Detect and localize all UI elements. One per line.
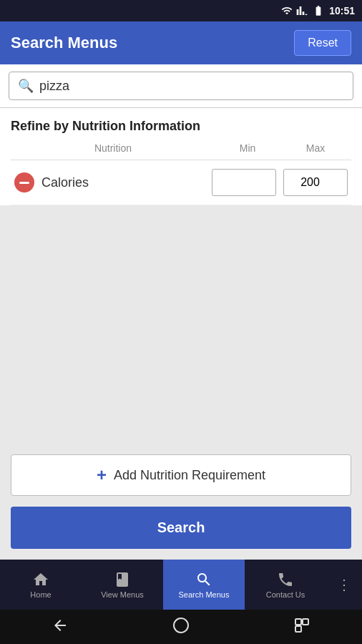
plus-icon: + (97, 467, 107, 484)
nav-label-contact-us: Contact Us (266, 590, 305, 599)
col-nutrition: Nutrition (14, 142, 212, 154)
refine-section: Refine by Nutrition Information Nutritio… (0, 108, 362, 205)
search-button-container: Search (0, 507, 362, 560)
nutrition-header: Nutrition Min Max (11, 142, 351, 160)
nav-item-home[interactable]: Home (0, 560, 82, 610)
home-icon (32, 571, 49, 588)
recent-apps-button[interactable] (288, 611, 316, 643)
empty-space (0, 205, 362, 444)
system-nav (0, 610, 362, 644)
search-button[interactable]: Search (11, 507, 351, 549)
svg-rect-2 (295, 626, 301, 632)
refine-title: Refine by Nutrition Information (11, 119, 351, 134)
add-requirement-label: Add Nutrition Requirement (114, 468, 265, 483)
back-icon (52, 617, 69, 634)
header: Search Menus Reset (0, 21, 362, 64)
col-min: Min (212, 142, 283, 154)
header-title: Search Menus (11, 34, 117, 52)
reset-button[interactable]: Reset (294, 30, 351, 56)
more-button[interactable]: ⋮ (326, 560, 362, 610)
wifi-icon (281, 5, 293, 16)
recent-icon (293, 617, 310, 634)
bottom-nav: Home View Menus Search Menus Contact Us … (0, 560, 362, 610)
signal-icon (296, 5, 308, 16)
nav-item-view-menus[interactable]: View Menus (82, 560, 163, 610)
calories-min-input[interactable] (212, 169, 276, 196)
remove-calories-button[interactable] (14, 172, 34, 192)
main-content: Refine by Nutrition Information Nutritio… (0, 108, 362, 560)
add-nutrition-requirement-button[interactable]: + Add Nutrition Requirement (11, 454, 351, 496)
nav-label-view-menus: View Menus (101, 590, 144, 599)
svg-rect-3 (303, 619, 308, 625)
search-nav-icon (195, 571, 212, 588)
calories-max-input[interactable] (283, 169, 348, 196)
battery-icon (311, 5, 326, 16)
nav-label-search-menus: Search Menus (179, 590, 230, 599)
add-requirement-container: + Add Nutrition Requirement (0, 444, 362, 507)
search-bar-container: 🔍 (0, 64, 362, 108)
search-bar: 🔍 (9, 72, 353, 100)
nutrition-name-calories: Calories (41, 175, 205, 190)
book-icon (114, 571, 131, 588)
home-circle-icon (172, 617, 190, 634)
nav-item-contact-us[interactable]: Contact Us (245, 560, 326, 610)
more-icon: ⋮ (337, 576, 351, 593)
status-bar: 10:51 (0, 0, 362, 21)
col-max: Max (283, 142, 348, 154)
nav-item-search-menus[interactable]: Search Menus (163, 560, 245, 610)
home-circle-button[interactable] (167, 611, 195, 643)
status-icons: 10:51 (281, 5, 355, 16)
search-icon: 🔍 (18, 78, 34, 94)
svg-point-0 (174, 618, 188, 633)
svg-rect-1 (295, 619, 301, 625)
nutrition-row-calories: Calories (11, 160, 351, 205)
back-button[interactable] (46, 611, 74, 643)
nav-label-home: Home (30, 590, 51, 599)
status-time: 10:51 (329, 5, 355, 16)
search-input[interactable] (39, 79, 344, 94)
phone-icon (277, 571, 294, 588)
